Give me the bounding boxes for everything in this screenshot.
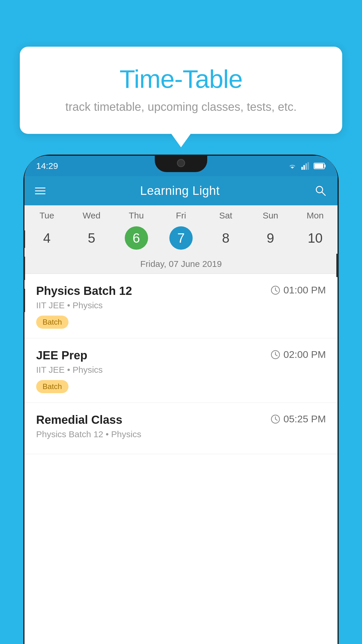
screen-content: 14:29 <box>24 156 338 644</box>
svg-rect-3 <box>307 162 309 170</box>
calendar-days-header: TueWedThuFriSatSunMon <box>24 205 338 223</box>
schedule-item-time: 02:00 PM <box>270 349 326 360</box>
side-button-left-3 <box>23 289 25 312</box>
schedule-item-title: JEE Prep <box>36 349 87 362</box>
tooltip-title: Time-Table <box>34 64 328 94</box>
tooltip-card: Time-Table track timetable, upcoming cla… <box>20 47 342 134</box>
search-icon[interactable] <box>314 184 327 197</box>
schedule-item-subtitle: IIT JEE • Physics <box>36 300 326 310</box>
calendar-dates: 45678910 <box>24 223 338 256</box>
calendar-day-name: Tue <box>24 211 69 220</box>
schedule-item-header: JEE Prep 02:00 PM <box>36 349 326 362</box>
svg-rect-6 <box>314 164 323 168</box>
schedule-item[interactable]: Remedial Class 05:25 PM Physics Batch 12… <box>24 403 338 454</box>
clock-icon <box>270 350 280 360</box>
calendar-date-cell[interactable]: 7 <box>159 226 203 250</box>
signal-icon <box>301 162 310 170</box>
calendar-date-cell[interactable]: 4 <box>24 226 69 250</box>
side-button-left-1 <box>23 230 25 248</box>
schedule-item-header: Remedial Class 05:25 PM <box>36 413 326 426</box>
schedule-item-time: 05:25 PM <box>270 413 326 425</box>
schedule-item[interactable]: JEE Prep 02:00 PM IIT JEE • PhysicsBatch <box>24 338 338 403</box>
battery-icon <box>314 163 326 169</box>
clock-icon <box>270 285 280 295</box>
calendar-day-name: Thu <box>114 211 159 220</box>
side-button-right <box>336 254 339 277</box>
calendar-date-number: 7 <box>169 226 193 250</box>
svg-line-11 <box>275 290 277 291</box>
schedule-item-title: Physics Batch 12 <box>36 284 132 298</box>
phone-camera <box>177 159 185 167</box>
calendar-section: TueWedThuFriSatSunMon 45678910 Friday, 0… <box>24 205 338 274</box>
phone-screen: 14:29 <box>24 156 338 644</box>
phone-notch <box>155 155 207 172</box>
schedule-item-subtitle: Physics Batch 12 • Physics <box>36 429 326 439</box>
status-time: 14:29 <box>36 161 58 171</box>
wifi-icon <box>287 162 297 170</box>
calendar-date-cell[interactable]: 8 <box>203 226 248 250</box>
status-icons <box>287 162 326 170</box>
calendar-day-name: Sun <box>248 211 293 220</box>
calendar-day-name: Fri <box>159 211 203 220</box>
svg-line-14 <box>275 355 277 356</box>
side-button-left-2 <box>23 257 25 280</box>
svg-rect-2 <box>305 163 307 170</box>
calendar-date-cell[interactable]: 5 <box>69 226 114 250</box>
svg-rect-0 <box>301 167 303 170</box>
batch-badge: Batch <box>36 380 68 393</box>
svg-rect-1 <box>303 165 305 170</box>
schedule-item-header: Physics Batch 12 01:00 PM <box>36 284 326 298</box>
calendar-date-cell[interactable]: 10 <box>293 226 338 250</box>
calendar-date-number: 6 <box>125 226 148 250</box>
schedule-item-subtitle: IIT JEE • Physics <box>36 365 326 375</box>
calendar-date-cell[interactable]: 9 <box>248 226 293 250</box>
schedule-item[interactable]: Physics Batch 12 01:00 PM IIT JEE • Phys… <box>24 274 338 338</box>
svg-line-8 <box>322 192 325 195</box>
schedule-item-time: 01:00 PM <box>270 284 326 296</box>
calendar-date-number: 9 <box>259 226 282 250</box>
menu-icon[interactable] <box>35 188 45 194</box>
selected-date-label: Friday, 07 June 2019 <box>24 256 338 274</box>
calendar-date-number: 8 <box>214 226 237 250</box>
calendar-day-name: Sat <box>203 211 248 220</box>
app-bar-title: Learning Light <box>140 184 219 198</box>
svg-rect-5 <box>325 164 326 167</box>
schedule-item-title: Remedial Class <box>36 413 122 426</box>
tooltip-subtitle: track timetable, upcoming classes, tests… <box>34 100 328 113</box>
phone-frame: 14:29 <box>23 155 339 644</box>
calendar-day-name: Mon <box>293 211 338 220</box>
schedule-list: Physics Batch 12 01:00 PM IIT JEE • Phys… <box>24 274 338 454</box>
batch-badge: Batch <box>36 316 68 329</box>
calendar-date-number: 10 <box>303 226 327 250</box>
clock-icon <box>270 414 280 424</box>
calendar-date-number: 4 <box>35 226 59 250</box>
calendar-day-name: Wed <box>69 211 114 220</box>
calendar-date-number: 5 <box>80 226 103 250</box>
app-bar: Learning Light <box>24 176 338 205</box>
calendar-date-cell[interactable]: 6 <box>114 226 159 250</box>
svg-line-17 <box>275 419 277 420</box>
